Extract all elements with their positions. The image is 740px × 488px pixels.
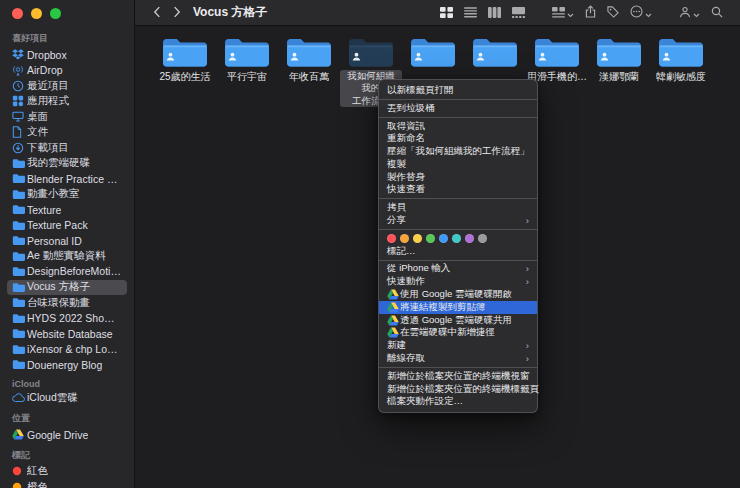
- sidebar-item-label: 我的雲端硬碟: [27, 156, 90, 170]
- sidebar-item[interactable]: 應用程式: [7, 94, 127, 110]
- sidebar-item[interactable]: Texture Pack: [7, 218, 127, 234]
- sidebar-item-label: Website Database: [27, 328, 113, 340]
- folder-icon: [12, 158, 27, 169]
- chevron-down-icon: [567, 4, 574, 22]
- sidebar-item-label: Personal ID: [27, 235, 82, 247]
- sidebar-section-label: 標記: [7, 443, 127, 464]
- sidebar-item[interactable]: 最近項目: [7, 78, 127, 94]
- folder-item[interactable]: 平行宇宙: [216, 37, 278, 83]
- tag-color-dot[interactable]: [478, 234, 487, 243]
- folder-item[interactable]: 年收百萬: [278, 37, 340, 83]
- sidebar-item[interactable]: HYDS 2022 Showreel: [7, 311, 127, 327]
- folder-icon: [12, 297, 27, 308]
- sidebar-item[interactable]: 我的雲端硬碟: [7, 156, 127, 172]
- context-menu-item[interactable]: 分享›: [379, 214, 537, 227]
- menu-item-label: 檔案夾動作設定…: [387, 395, 463, 408]
- context-menu-item[interactable]: 快速動作›: [379, 275, 537, 288]
- sidebar-item[interactable]: Texture: [7, 202, 127, 218]
- folder-item[interactable]: 韓劇敏感度: [650, 37, 712, 83]
- sidebar-section-label: 位置: [7, 406, 127, 427]
- menu-item-label: 快速動作: [387, 275, 425, 288]
- shared-badge-icon: [538, 47, 547, 65]
- context-menu-item[interactable]: 取得資訊: [379, 120, 537, 133]
- sidebar-item[interactable]: DesignBeforeMotion 文章素材…: [7, 264, 127, 280]
- sidebar-item[interactable]: Vocus 方格子: [7, 280, 127, 296]
- shared-badge-icon: [166, 47, 175, 65]
- sidebar-item[interactable]: Google Drive: [7, 427, 127, 443]
- zoom-button[interactable]: [50, 8, 61, 19]
- icon-view-button[interactable]: [434, 4, 458, 22]
- sidebar-item[interactable]: Ae 動態實驗資料: [7, 249, 127, 265]
- context-menu-item[interactable]: 重新命名: [379, 132, 537, 145]
- sidebar-item[interactable]: iXensor & chp Logo Animaiton: [7, 342, 127, 358]
- sidebar-item[interactable]: Dropbox: [7, 47, 127, 63]
- sidebar-item[interactable]: AirDrop: [7, 63, 127, 79]
- context-menu-item[interactable]: 透過 Google 雲端硬碟共用: [379, 314, 537, 327]
- context-menu-item[interactable]: 快速查看: [379, 184, 537, 197]
- context-menu-item[interactable]: 從 iPhone 輸入›: [379, 263, 537, 276]
- close-button[interactable]: [12, 8, 23, 19]
- tag-color-dot[interactable]: [400, 234, 409, 243]
- tag-color-dot[interactable]: [452, 234, 461, 243]
- user-button[interactable]: [673, 4, 705, 22]
- minimize-button[interactable]: [31, 8, 42, 19]
- tag-color-dot[interactable]: [465, 234, 474, 243]
- context-menu-item[interactable]: 將連結複製到剪貼簿: [379, 301, 537, 314]
- folder-item[interactable]: 25歲的生活: [154, 37, 216, 83]
- context-menu-item[interactable]: 標記…: [379, 245, 537, 258]
- context-menu-item[interactable]: 丟到垃圾桶: [379, 102, 537, 115]
- folder-item[interactable]: 漢娜鄂蘭: [588, 37, 650, 83]
- context-menu-item[interactable]: 新增位於檔案夾位置的終端機視窗: [379, 370, 537, 383]
- context-menu-item[interactable]: 壓縮「我如何組織我的工作流程」: [379, 145, 537, 158]
- tags-button[interactable]: [601, 4, 624, 22]
- context-menu-item[interactable]: 在雲端硬碟中新增捷徑: [379, 327, 537, 340]
- folder-item[interactable]: [402, 37, 464, 70]
- context-menu-item[interactable]: 新增位於檔案夾位置的終端機標籤頁: [379, 383, 537, 396]
- context-menu-item[interactable]: 檔案夾動作設定…: [379, 396, 537, 409]
- folder-item[interactable]: [464, 37, 526, 70]
- search-button[interactable]: [705, 4, 728, 22]
- shared-badge-icon: [352, 47, 361, 65]
- forward-button[interactable]: [167, 4, 187, 22]
- sidebar-item[interactable]: 下載項目: [7, 140, 127, 156]
- context-menu-item[interactable]: 拷貝: [379, 201, 537, 214]
- sidebar-item[interactable]: 文件: [7, 125, 127, 141]
- folder-icon: [472, 37, 518, 67]
- share-button[interactable]: [579, 4, 601, 22]
- menu-item-label: 製作替身: [387, 171, 425, 184]
- sidebar-item[interactable]: Douenergy Blog: [7, 357, 127, 373]
- list-view-icon: [464, 4, 477, 22]
- tag-color-dot[interactable]: [387, 234, 396, 243]
- back-button[interactable]: [147, 4, 167, 22]
- sidebar-item[interactable]: 桌面: [7, 109, 127, 125]
- sidebar-item[interactable]: iCloud雲碟: [7, 391, 127, 407]
- icloud-icon: [12, 393, 27, 403]
- context-menu-item[interactable]: 離線存取›: [379, 352, 537, 365]
- tag-color-dot[interactable]: [413, 234, 422, 243]
- sidebar-item[interactable]: Blender Practice Files: [7, 171, 127, 187]
- folder-item[interactable]: 用滑手機的時間: [526, 37, 588, 83]
- sidebar-item[interactable]: Website Database: [7, 326, 127, 342]
- submenu-chevron-icon: ›: [522, 264, 529, 274]
- context-menu-item[interactable]: 以新標籤頁打開: [379, 84, 537, 97]
- more-actions-button[interactable]: [624, 4, 657, 22]
- column-view-button[interactable]: [482, 4, 506, 22]
- context-menu-item[interactable]: 製作替身: [379, 171, 537, 184]
- list-view-button[interactable]: [458, 4, 482, 22]
- sidebar-item-label: 動畫小教室: [27, 187, 80, 201]
- sidebar-item[interactable]: 動畫小教室: [7, 187, 127, 203]
- clock-icon: [12, 80, 27, 92]
- sidebar-item[interactable]: 台味環保動畫: [7, 295, 127, 311]
- context-menu-item[interactable]: 使用 Google 雲端硬碟開啟: [379, 288, 537, 301]
- context-menu-item[interactable]: 複製: [379, 158, 537, 171]
- applications-icon: [12, 95, 27, 107]
- tag-color-dot[interactable]: [439, 234, 448, 243]
- context-menu-item[interactable]: 新建›: [379, 339, 537, 352]
- sidebar-item[interactable]: Personal ID: [7, 233, 127, 249]
- sidebar-item[interactable]: 紅色: [7, 464, 127, 480]
- tag-color-dot[interactable]: [426, 234, 435, 243]
- group-by-button[interactable]: [546, 4, 579, 22]
- gallery-view-button[interactable]: [506, 4, 530, 22]
- toolbar-buttons: [434, 4, 728, 22]
- sidebar-item[interactable]: 橙色: [7, 479, 127, 488]
